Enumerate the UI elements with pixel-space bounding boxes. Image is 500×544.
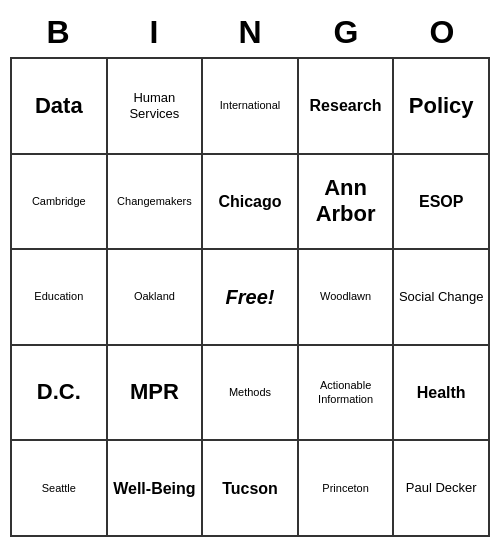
header-b: B [10,7,106,57]
cell-r1-c3: Ann Arbor [299,155,395,251]
cell-r0-c2: International [203,59,299,155]
bingo-grid: DataHuman ServicesInternationalResearchP… [10,57,490,537]
cell-r2-c3: Woodlawn [299,250,395,346]
cell-r3-c2: Methods [203,346,299,442]
bingo-header: B I N G O [10,7,490,57]
cell-r1-c2: Chicago [203,155,299,251]
cell-r4-c3: Princeton [299,441,395,537]
header-o: O [394,7,490,57]
cell-r3-c1: MPR [108,346,204,442]
cell-r4-c0: Seattle [12,441,108,537]
cell-r1-c4: ESOP [394,155,490,251]
cell-r3-c4: Health [394,346,490,442]
cell-r4-c2: Tucson [203,441,299,537]
cell-r4-c1: Well-Being [108,441,204,537]
cell-r0-c1: Human Services [108,59,204,155]
cell-r4-c4: Paul Decker [394,441,490,537]
header-n: N [202,7,298,57]
cell-r3-c3: Actionable Information [299,346,395,442]
cell-r1-c1: Changemakers [108,155,204,251]
cell-r2-c4: Social Change [394,250,490,346]
cell-r0-c4: Policy [394,59,490,155]
cell-r2-c2: Free! [203,250,299,346]
cell-r3-c0: D.C. [12,346,108,442]
cell-r0-c3: Research [299,59,395,155]
cell-r2-c0: Education [12,250,108,346]
bingo-board: B I N G O DataHuman ServicesInternationa… [10,7,490,537]
cell-r1-c0: Cambridge [12,155,108,251]
cell-r2-c1: Oakland [108,250,204,346]
header-i: I [106,7,202,57]
header-g: G [298,7,394,57]
cell-r0-c0: Data [12,59,108,155]
